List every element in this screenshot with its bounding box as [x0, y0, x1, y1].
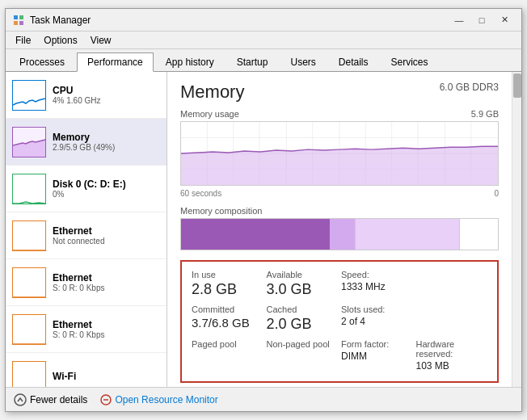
menu-bar: File Options View	[6, 32, 521, 49]
svg-rect-0	[14, 15, 18, 19]
stat-available-label: Available	[267, 270, 339, 279]
stat-paged: Paged pool	[192, 339, 264, 373]
ethernet2-title: Ethernet	[53, 272, 160, 284]
stat-available-value: 3.0 GB	[267, 281, 339, 298]
stat-cached-value: 2.0 GB	[267, 316, 339, 333]
resource-monitor-icon	[100, 394, 112, 405]
sidebar-item-cpu[interactable]: CPU 4% 1.60 GHz	[6, 72, 167, 119]
tab-users[interactable]: Users	[280, 52, 326, 71]
memory-sub: 2.9/5.9 GB (49%)	[53, 143, 160, 152]
stats-box: In use 2.8 GB Available 3.0 GB Speed: 13…	[180, 260, 499, 383]
time-left: 60 seconds	[180, 189, 221, 198]
sidebar-item-ethernet1[interactable]: Ethernet Not connected	[6, 212, 167, 259]
menu-options[interactable]: Options	[37, 33, 83, 48]
stat-cached: Cached 2.0 GB	[267, 304, 339, 333]
disk-title: Disk 0 (C: D: E:)	[53, 178, 160, 190]
ethernet3-sub: S: 0 R: 0 Kbps	[53, 330, 160, 339]
stat-speed: Speed: 1333 MHz	[341, 270, 413, 298]
sidebar-item-ethernet3[interactable]: Ethernet S: 0 R: 0 Kbps	[6, 306, 167, 353]
memory-usage-graph	[180, 121, 499, 186]
svg-rect-1	[19, 15, 23, 19]
menu-file[interactable]: File	[9, 33, 37, 48]
stat-form-label: Form factor:	[341, 339, 413, 349]
stat-inuse-label: In use	[192, 270, 264, 279]
content-area: CPU 4% 1.60 GHz Memory 2.9/5.9 GB (49%)	[6, 72, 521, 387]
close-button[interactable]: ✕	[494, 12, 515, 28]
sidebar-item-memory[interactable]: Memory 2.9/5.9 GB (49%)	[6, 119, 167, 166]
fewer-details-button[interactable]: Fewer details	[14, 393, 87, 406]
time-right: 0	[494, 189, 499, 198]
stat-inuse-value: 2.8 GB	[192, 281, 264, 298]
tab-details[interactable]: Details	[328, 52, 379, 71]
chevron-up-icon	[14, 393, 27, 406]
stat-speed-value: 1333 MHz	[341, 279, 413, 294]
stat-cached-label: Cached	[267, 304, 339, 314]
stat-nonpaged: Non-paged pool	[267, 339, 339, 373]
svg-marker-20	[181, 163, 498, 185]
app-icon	[12, 14, 25, 27]
footer: Fewer details Open Resource Monitor	[6, 387, 521, 411]
main-title: Memory	[180, 82, 244, 103]
disk-sub: 0%	[53, 190, 160, 199]
disk-mini-graph	[12, 174, 46, 204]
memory-mini-graph	[12, 127, 46, 158]
stat-hwres: Hardware reserved: 103 MB	[416, 339, 488, 373]
tab-app-history[interactable]: App history	[155, 52, 225, 71]
task-manager-window: Task Manager — □ ✕ File Options View Pro…	[5, 8, 522, 412]
stat-hwres-value: 103 MB	[416, 359, 488, 373]
stat-slots-label: Slots used:	[341, 304, 413, 314]
stat-inuse: In use 2.8 GB	[192, 270, 264, 298]
window-title: Task Manager	[30, 15, 449, 26]
sidebar-item-disk0[interactable]: Disk 0 (C: D: E:) 0%	[6, 166, 167, 212]
time-labels: 60 seconds 0	[180, 189, 499, 198]
ethernet2-sub: S: 0 R: 0 Kbps	[53, 284, 160, 292]
ethernet3-title: Ethernet	[53, 319, 160, 330]
ethernet2-info: Ethernet S: 0 R: 0 Kbps	[53, 272, 160, 292]
tab-performance[interactable]: Performance	[77, 52, 154, 72]
main-header: Memory 6.0 GB DDR3	[180, 82, 499, 103]
stat-paged-label: Paged pool	[192, 339, 264, 349]
menu-view[interactable]: View	[84, 33, 118, 48]
title-bar: Task Manager — □ ✕	[6, 9, 521, 32]
comp-inuse	[181, 219, 330, 250]
maximize-button[interactable]: □	[471, 12, 492, 28]
ethernet3-mini-graph	[12, 314, 46, 345]
sidebar-item-wifi[interactable]: Wi-Fi	[6, 353, 167, 387]
stat-slots-right	[416, 304, 488, 333]
ethernet3-info: Ethernet S: 0 R: 0 Kbps	[53, 319, 160, 339]
tab-services[interactable]: Services	[381, 52, 439, 71]
stat-committed: Committed 3.7/6.8 GB	[192, 304, 264, 333]
stat-committed-label: Committed	[192, 304, 264, 314]
tab-bar: Processes Performance App history Startu…	[6, 49, 521, 72]
tab-startup[interactable]: Startup	[226, 52, 279, 71]
comp-free	[460, 219, 498, 250]
stat-slots: Slots used: 2 of 4	[341, 304, 413, 333]
usage-label: Memory usage 5.9 GB	[180, 109, 499, 119]
resource-monitor-text[interactable]: Open Resource Monitor	[115, 394, 217, 405]
sidebar-item-ethernet2[interactable]: Ethernet S: 0 R: 0 Kbps	[6, 259, 167, 306]
comp-modified	[330, 219, 355, 250]
svg-rect-3	[19, 21, 23, 25]
stat-speed-right	[416, 270, 488, 298]
resource-monitor-link[interactable]: Open Resource Monitor	[100, 394, 217, 405]
right-scrollbar[interactable]	[512, 72, 521, 387]
main-panel: Memory 6.0 GB DDR3 Memory usage 5.9 GB	[167, 72, 512, 387]
stat-available: Available 3.0 GB	[267, 270, 339, 298]
composition-label: Memory composition	[180, 206, 499, 216]
stat-nonpaged-label: Non-paged pool	[267, 339, 339, 349]
memory-composition-graph	[180, 218, 499, 250]
disk-info: Disk 0 (C: D: E:) 0%	[53, 178, 160, 199]
stat-speed-label: Speed:	[341, 270, 413, 279]
wifi-title: Wi-Fi	[53, 371, 160, 382]
cpu-title: CPU	[53, 85, 160, 96]
ethernet2-mini-graph	[12, 267, 46, 298]
ethernet1-mini-graph	[12, 220, 46, 251]
minimize-button[interactable]: —	[449, 12, 470, 28]
sidebar: CPU 4% 1.60 GHz Memory 2.9/5.9 GB (49%)	[6, 72, 167, 387]
stat-committed-value: 3.7/6.8 GB	[192, 316, 264, 330]
ethernet1-info: Ethernet Not connected	[53, 225, 160, 246]
cpu-sub: 4% 1.60 GHz	[53, 96, 160, 105]
wifi-info: Wi-Fi	[53, 371, 160, 382]
tab-processes[interactable]: Processes	[9, 52, 75, 71]
window-controls: — □ ✕	[449, 12, 515, 28]
